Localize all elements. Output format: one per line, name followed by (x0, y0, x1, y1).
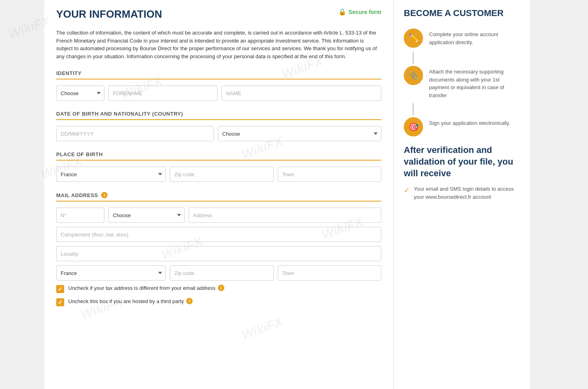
mail-row-4: France (56, 265, 381, 281)
tax-address-info-icon[interactable]: i (218, 285, 224, 291)
complement-input[interactable] (56, 227, 381, 242)
birth-town-input[interactable] (278, 167, 381, 182)
step-1-icon: ✏️ (404, 29, 423, 48)
after-verification-title: After verification and validation of you… (404, 145, 520, 179)
address-input[interactable] (189, 208, 381, 223)
mail-address-section: MAIL ADDRESS i Choose Rue Avenue Bouleva… (56, 192, 381, 306)
nationality-select[interactable]: Choose France Germany UK (218, 126, 382, 141)
date-nationality-section: DATE OF BIRTH AND NATIONALITY (COUNTRY) … (56, 111, 381, 141)
step-2-text: Attach the necessary supporting document… (429, 66, 520, 99)
hosted-info-icon[interactable]: i (186, 298, 193, 304)
form-description: The collection of information, the conte… (56, 29, 381, 60)
hosted-label: Uncheck this box if you are hosted by a … (68, 298, 193, 304)
become-customer-title: BECOME A CUSTOMER (404, 8, 520, 18)
hosted-checkbox-row: ✓ Uncheck this box if you are hosted by … (56, 298, 381, 306)
place-of-birth-header: PLACE OF BIRTH (56, 151, 381, 161)
mail-country-select[interactable]: France (56, 265, 166, 281)
tax-address-label: Uncheck if your tax address is different… (68, 285, 224, 291)
step-2-icon: 📎 (404, 66, 423, 85)
name-input[interactable] (222, 86, 381, 101)
step-3-text: Sign your application electronically. (429, 117, 510, 127)
mail-town-input[interactable] (278, 265, 381, 281)
hosted-checkbox[interactable]: ✓ (56, 298, 64, 306)
date-nationality-row: Choose France Germany UK (56, 126, 381, 141)
street-type-select[interactable]: Choose Rue Avenue Boulevard Allée Chemin… (108, 208, 185, 223)
dob-input[interactable] (56, 126, 214, 141)
mail-address-label-row: MAIL ADDRESS i (56, 192, 381, 198)
right-sidebar: BECOME A CUSTOMER ✏️ Complete your onlin… (393, 0, 530, 389)
tax-address-label-text: Uncheck if your tax address is different… (68, 285, 216, 291)
mail-address-header: MAIL ADDRESS i (56, 192, 381, 202)
place-of-birth-section: PLACE OF BIRTH France (56, 151, 381, 182)
secure-form-label: Secure form (348, 9, 381, 15)
step-2: 📎 Attach the necessary supporting docume… (404, 66, 520, 99)
mail-zip-input[interactable] (170, 265, 273, 281)
receive-text: Your email and SMS login details to acce… (414, 185, 520, 201)
checkmark-icon-2: ✓ (58, 299, 63, 305)
check-icon: ✓ (404, 186, 410, 195)
secure-form-badge: 🔒 Secure form (338, 8, 381, 16)
tax-address-checkbox[interactable]: ✓ (56, 285, 64, 293)
locality-input[interactable] (56, 246, 381, 261)
step-1: ✏️ Complete your online account applicat… (404, 29, 520, 48)
mail-row-2 (56, 227, 381, 242)
mail-address-info-icon[interactable]: i (101, 192, 108, 198)
step-1-text: Complete your online account application… (429, 29, 520, 46)
checkmark-icon: ✓ (58, 286, 63, 292)
street-number-input[interactable] (56, 208, 104, 223)
forename-input[interactable] (108, 86, 218, 101)
date-nationality-header: DATE OF BIRTH AND NATIONALITY (COUNTRY) (56, 111, 381, 120)
receive-item-1: ✓ Your email and SMS login details to ac… (404, 185, 520, 201)
identity-section: IDENTITY Choose Mr Mrs Ms (56, 70, 381, 101)
place-of-birth-row: France (56, 167, 381, 182)
step-3: 🎯 Sign your application electronically. (404, 117, 520, 136)
birth-zip-input[interactable] (170, 167, 273, 182)
identity-row: Choose Mr Mrs Ms (56, 86, 381, 101)
step-connector-1 (413, 52, 414, 64)
main-form-area: YOUR INFORMATION 🔒 Secure form The colle… (44, 0, 393, 389)
step-3-icon: 🎯 (404, 117, 423, 136)
birth-country-select[interactable]: France (56, 167, 166, 182)
left-gutter (0, 0, 44, 389)
tax-address-checkbox-row: ✓ Uncheck if your tax address is differe… (56, 285, 381, 293)
identity-section-header: IDENTITY (56, 70, 381, 79)
page-title: YOUR INFORMATION (56, 8, 162, 20)
mail-row-3 (56, 246, 381, 261)
hosted-label-text: Uncheck this box if you are hosted by a … (68, 298, 184, 304)
lock-icon: 🔒 (338, 8, 346, 16)
mail-address-label-text: MAIL ADDRESS (56, 192, 98, 198)
form-header: YOUR INFORMATION 🔒 Secure form (56, 8, 381, 23)
title-select[interactable]: Choose Mr Mrs Ms (56, 86, 104, 101)
mail-row-1: Choose Rue Avenue Boulevard Allée Chemin… (56, 208, 381, 223)
step-connector-2 (413, 103, 414, 115)
